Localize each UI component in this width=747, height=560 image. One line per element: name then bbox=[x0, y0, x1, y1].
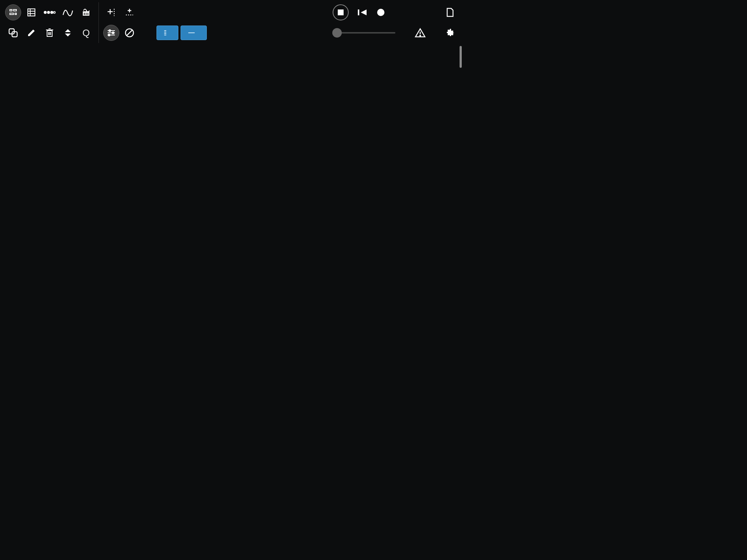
svg-point-24 bbox=[377, 9, 384, 16]
stop-button[interactable] bbox=[333, 4, 349, 20]
add-row-icon[interactable] bbox=[121, 4, 138, 20]
svg-rect-12 bbox=[84, 13, 85, 15]
selected-clip-chip[interactable] bbox=[181, 26, 207, 40]
dashline-icon bbox=[188, 32, 195, 33]
help-button[interactable] bbox=[424, 4, 440, 20]
svg-marker-34 bbox=[65, 29, 71, 32]
add-column-icon[interactable] bbox=[103, 4, 119, 20]
svg-point-41 bbox=[108, 34, 110, 36]
svg-rect-0 bbox=[10, 9, 12, 11]
svg-point-9 bbox=[47, 11, 50, 14]
mute-none-icon[interactable] bbox=[121, 25, 138, 41]
svg-rect-4 bbox=[28, 9, 35, 16]
steps-icon[interactable] bbox=[42, 4, 58, 20]
svg-rect-21 bbox=[338, 9, 344, 15]
view-clips-icon[interactable] bbox=[5, 4, 21, 20]
svg-rect-22 bbox=[358, 9, 359, 15]
svg-rect-3 bbox=[15, 13, 16, 15]
settings-icon[interactable] bbox=[442, 25, 458, 41]
svg-point-46 bbox=[420, 35, 421, 36]
svg-marker-23 bbox=[361, 9, 367, 15]
scrollbar[interactable] bbox=[460, 46, 462, 68]
synth-engine-icon[interactable] bbox=[78, 4, 94, 20]
svg-marker-35 bbox=[65, 34, 71, 36]
record-button[interactable] bbox=[373, 4, 389, 20]
svg-point-37 bbox=[109, 30, 111, 32]
swing-thumb[interactable] bbox=[332, 28, 342, 38]
svg-marker-27 bbox=[28, 30, 35, 36]
warning-icon[interactable] bbox=[412, 25, 428, 41]
wave-icon[interactable] bbox=[60, 4, 76, 20]
dash-icon bbox=[164, 30, 166, 35]
svg-point-11 bbox=[54, 12, 55, 13]
rewind-button[interactable] bbox=[355, 4, 371, 20]
edit-icon[interactable] bbox=[23, 25, 39, 41]
view-list-icon[interactable] bbox=[23, 4, 39, 20]
svg-rect-2 bbox=[10, 13, 13, 15]
svg-rect-13 bbox=[86, 13, 86, 15]
svg-line-43 bbox=[127, 30, 132, 36]
divider bbox=[98, 2, 99, 23]
sort-icon[interactable] bbox=[60, 25, 76, 41]
file-button[interactable] bbox=[442, 4, 458, 20]
svg-point-39 bbox=[112, 32, 114, 34]
quantize-button[interactable]: Q bbox=[78, 25, 94, 41]
svg-rect-1 bbox=[13, 9, 16, 11]
mixer-settings-icon[interactable] bbox=[103, 25, 119, 41]
trash-icon[interactable] bbox=[42, 25, 58, 41]
duplicate-icon[interactable] bbox=[5, 25, 21, 41]
svg-point-8 bbox=[44, 11, 47, 14]
divider bbox=[98, 23, 99, 43]
svg-rect-14 bbox=[88, 13, 88, 15]
svg-point-10 bbox=[50, 11, 53, 14]
swing-slider[interactable] bbox=[337, 32, 395, 34]
selected-track-chip[interactable] bbox=[156, 26, 178, 40]
